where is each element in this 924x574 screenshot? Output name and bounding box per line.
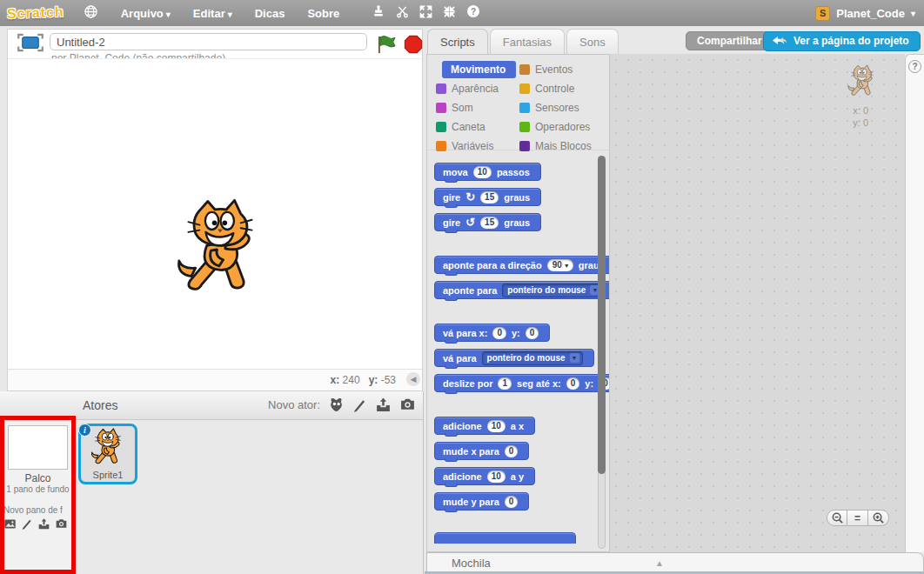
stage-selector[interactable]: Palco 1 pano de fundo Novo pano de f [0,420,76,574]
grow-icon[interactable] [419,5,432,22]
sprites-title: Atores [83,398,117,412]
block-dropdown[interactable]: ponteiro do mouse▼ [502,284,603,297]
category-controle[interactable]: Controle [519,80,603,97]
block-number-input[interactable]: 0 [492,327,506,339]
project-title-input[interactable] [50,33,367,50]
zoom-reset-button[interactable]: = [847,510,868,526]
tab-sons[interactable]: Sons [566,29,619,54]
block-number-dropdown[interactable]: 90▼ [547,259,573,271]
chevron-down-icon: ▾ [166,10,171,19]
language-globe-icon[interactable] [84,4,98,23]
rotate-ccw-icon: ↺ [465,217,475,228]
cat-sprite[interactable] [164,198,276,301]
category-caneta[interactable]: Caneta [436,118,519,136]
category-eventos[interactable]: Eventos [519,61,603,78]
stage-thumbnail[interactable] [8,425,68,470]
tab-fantasias[interactable]: Fantasias [490,29,565,54]
backpack-caret-icon[interactable]: ▲ [655,558,664,568]
block-number-input[interactable]: 1 [498,377,512,390]
menu-arquivo[interactable]: Arquivo▾ [121,7,171,20]
new-backdrop-upload-icon[interactable] [37,517,50,531]
block-aponte-direcao[interactable]: aponte para a direção90▼graus [434,256,610,274]
new-sprite-camera-icon[interactable] [399,397,416,413]
green-flag-icon[interactable] [377,35,397,58]
category-som[interactable]: Som [436,99,519,117]
palette-scrollbar-thumb[interactable] [598,156,606,474]
block-gire-horario[interactable]: gire↻15graus [434,188,541,206]
rotate-cw-icon: ↻ [465,191,475,203]
new-sprite-upload-icon[interactable] [375,397,392,413]
block-number-input[interactable]: 0 [526,327,539,339]
block-number-input[interactable]: 0 [505,496,519,508]
block-mude-x[interactable]: mude x para0 [434,442,529,460]
block-va-para-xy[interactable]: vá para x:0y:0 [434,324,550,342]
new-backdrop-library-icon[interactable] [3,517,17,531]
block-number-input[interactable]: 0 [566,377,580,390]
block-mude-y[interactable]: mude y para0 [434,492,529,511]
duplicate-stamp-icon[interactable] [372,4,385,22]
sprites-header: Atores Novo ator: [0,391,423,420]
zoom-in-button[interactable] [868,510,889,526]
category-color-swatch [519,122,530,132]
block-va-para[interactable]: vá paraponteiro do mouse▼ [434,349,594,367]
tab-scripts[interactable]: Scripts [427,29,488,54]
shrink-icon[interactable] [443,5,456,22]
block-dropdown[interactable]: ponteiro do mouse▼ [482,351,583,365]
category-color-swatch [519,64,530,75]
new-sprite-paint-icon[interactable] [352,397,367,412]
palette-column: ScriptsFantasiasSons MovimentoEventosApa… [426,29,610,552]
cursor-tools [372,0,480,26]
block-aponte-para[interactable]: aponte paraponteiro do mouse▼ [434,281,610,299]
sprites-panel: Atores Novo ator: Palco 1 pano de fundo … [0,391,424,574]
block-label: mude y para [443,497,499,507]
scripts-workspace[interactable]: x: 0 y: 0 = [610,54,905,552]
view-project-page-button[interactable]: Ver a página do projeto [763,31,921,51]
block-label: mova [443,167,468,177]
help-icon[interactable]: ? [908,60,921,73]
scratch-logo[interactable]: Scratch [7,4,64,22]
block-partial-block[interactable] [434,532,576,544]
sprite-card-sprite1[interactable]: i Sprite1 [78,424,137,484]
new-sprite-library-icon[interactable] [328,397,345,413]
new-backdrop-camera-icon[interactable] [55,517,68,531]
block-gire-antihorario[interactable]: gire↺15graus [434,213,541,231]
menu-sobre[interactable]: Sobre [307,7,339,20]
menu-editar[interactable]: Editar▾ [193,7,232,20]
menu-dicas[interactable]: Dicas [255,7,285,20]
block-label: graus [504,192,530,203]
category-sensores[interactable]: Sensores [519,99,603,117]
zoom-out-button[interactable] [827,510,847,526]
block-number-input[interactable]: 15 [480,217,499,229]
stage-name: Palco [0,472,76,484]
new-backdrop-paint-icon[interactable] [21,517,33,531]
category-movimento[interactable]: Movimento [442,61,516,78]
block-number-input[interactable]: 10 [487,471,506,483]
share-button[interactable]: Compartilhar [686,31,773,50]
block-deslize[interactable]: deslize por1seg até x:0y:0 [434,374,610,392]
block-adicione-y[interactable]: adicione10a y [434,467,535,485]
block-number-input[interactable]: 10 [487,420,506,432]
block-number-input[interactable]: 15 [480,191,499,204]
category-operadores[interactable]: Operadores [519,118,603,136]
category-aparência[interactable]: Aparência [436,80,519,97]
block-label: seg até x: [517,378,561,389]
category-label: Operadores [535,121,590,133]
user-menu[interactable]: S Planet_Code ▾ [815,0,915,26]
delete-scissors-icon[interactable] [396,5,409,22]
category-color-swatch [519,103,530,113]
stage-resize-arrow-icon[interactable]: ◀ [406,372,420,386]
category-color-swatch [436,83,446,94]
category-label: Sensores [535,102,579,114]
stage-canvas[interactable] [8,58,422,369]
category-color-swatch [436,122,446,132]
fullscreen-icon[interactable] [17,40,44,55]
block-number-input[interactable]: 10 [473,166,492,178]
stop-icon[interactable] [404,35,423,57]
sprite-watermark-cat [844,64,880,99]
block-number-input[interactable]: 0 [505,445,519,457]
category-label: Som [452,102,473,114]
block-mova-passos[interactable]: mova10passos [434,163,541,181]
block-help-icon[interactable] [466,4,480,22]
avatar: S [815,6,830,21]
block-adicione-x[interactable]: adicione10a x [434,417,535,435]
